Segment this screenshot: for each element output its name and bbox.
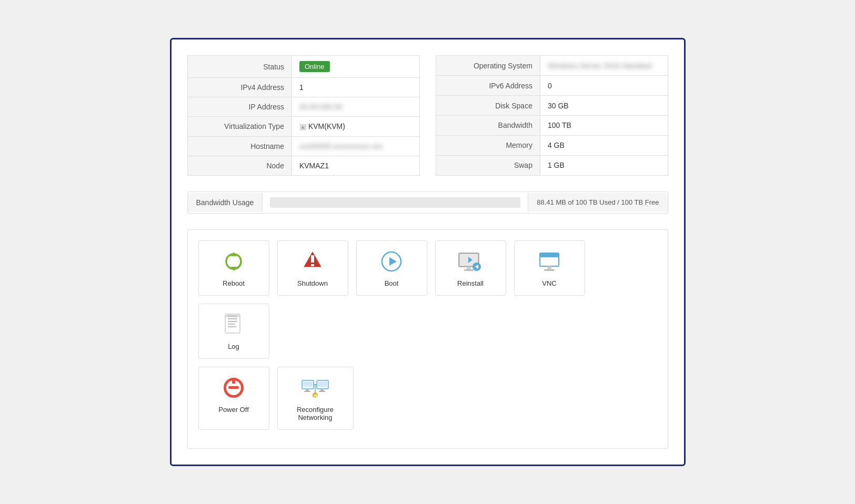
reconfigure-networking-button[interactable]: ⚙ Reconfigure Networking	[277, 367, 354, 430]
svg-text:⚙: ⚙	[314, 394, 317, 398]
hostname-blurred: xxx00000.xxxxxxxxxx.xxx	[299, 142, 383, 150]
ip-address-blurred: 00.00.000.00	[299, 103, 343, 111]
virt-label: Virtualization Type	[187, 117, 291, 136]
svg-rect-12	[467, 267, 471, 269]
ipv4-label: IPv4 Address	[187, 78, 291, 97]
left-info-table: Status Online IPv4 Address 1 IP Address …	[187, 55, 420, 175]
boot-icon	[379, 249, 404, 274]
poweroff-label: Power Off	[218, 406, 249, 414]
shutdown-button[interactable]: Shutdown	[277, 240, 348, 296]
vnc-label: VNC	[542, 279, 556, 287]
ip-label: IP Address	[187, 97, 291, 117]
os-blurred: Windows Server 2019 Standard	[548, 62, 652, 70]
svg-rect-40	[319, 391, 325, 392]
swap-label: Swap	[436, 155, 540, 175]
vnc-button[interactable]: VNC	[514, 240, 585, 296]
table-row: Disk Space 30 GB	[436, 96, 668, 116]
reconfigure-icon: ⚙	[303, 375, 328, 400]
ipv6-label: IPv6 Address	[436, 76, 540, 96]
disk-label: Disk Space	[436, 96, 540, 116]
shutdown-label: Shutdown	[297, 279, 328, 287]
svg-rect-23	[228, 324, 235, 325]
bandwidth-section: Bandwidth Usage 88.41 MB of 100 TB Used …	[187, 191, 668, 214]
reinstall-label: Reinstall	[457, 279, 484, 287]
info-section: Status Online IPv4 Address 1 IP Address …	[187, 55, 668, 175]
node-label: Node	[187, 156, 291, 175]
bandwidth-label-right: Bandwidth	[436, 115, 540, 135]
kvm-icon: K	[299, 124, 307, 131]
svg-rect-30	[232, 380, 235, 384]
bandwidth-bar-bg	[270, 197, 520, 208]
svg-text:K: K	[302, 126, 305, 129]
reinstall-icon	[458, 249, 483, 274]
svg-rect-39	[320, 389, 324, 391]
log-icon	[221, 312, 246, 337]
actions-row-2: Power Off	[198, 367, 657, 430]
os-label: Operating System	[436, 56, 540, 76]
poweroff-icon	[221, 375, 246, 400]
vnc-icon	[537, 249, 562, 274]
status-badge: Online	[299, 61, 330, 72]
hostname-label: Hostname	[187, 136, 291, 156]
table-row: Status Online	[187, 56, 419, 78]
svg-rect-32	[228, 386, 239, 389]
node-value: KVMAZ1	[291, 156, 419, 175]
ip-value: 00.00.000.00	[291, 97, 419, 117]
ipv6-value: 0	[540, 76, 668, 96]
svg-rect-24	[228, 326, 236, 327]
svg-rect-21	[228, 318, 237, 319]
disk-value: 30 GB	[540, 96, 668, 116]
memory-value: 4 GB	[540, 135, 668, 155]
table-row: IPv6 Address 0	[436, 76, 668, 96]
svg-rect-38	[318, 381, 327, 387]
bandwidth-usage-text: 88.41 MB of 100 TB Used / 100 TB Free	[528, 193, 667, 211]
table-row: IPv4 Address 1	[187, 78, 419, 97]
right-info-table: Operating System Windows Server 2019 Sta…	[436, 55, 668, 175]
reinstall-button[interactable]: Reinstall	[435, 240, 506, 296]
svg-rect-18	[547, 266, 551, 269]
log-label: Log	[228, 342, 239, 350]
svg-rect-19	[544, 269, 555, 271]
bandwidth-bar-container	[263, 192, 528, 213]
actions-section: Reboot Shutdown	[187, 229, 668, 449]
svg-rect-34	[303, 381, 313, 387]
reboot-button[interactable]: Reboot	[198, 240, 269, 296]
svg-rect-17	[540, 253, 559, 257]
table-row: Bandwidth 100 TB	[436, 115, 668, 135]
shutdown-icon	[300, 249, 325, 274]
os-value: Windows Server 2019 Standard	[540, 56, 668, 76]
swap-value: 1 GB	[540, 155, 668, 175]
svg-rect-36	[304, 391, 310, 392]
main-container: Status Online IPv4 Address 1 IP Address …	[170, 38, 686, 466]
boot-button[interactable]: Boot	[356, 240, 427, 296]
reboot-icon	[221, 249, 246, 274]
svg-rect-22	[228, 321, 237, 322]
svg-rect-6	[311, 264, 314, 266]
svg-rect-35	[306, 389, 309, 391]
table-row: IP Address 00.00.000.00	[187, 97, 419, 117]
svg-rect-5	[311, 255, 314, 263]
table-row: Virtualization Type K KVM(KVM)	[187, 117, 419, 136]
reboot-label: Reboot	[223, 279, 245, 287]
status-value: Online	[291, 56, 419, 78]
table-row: Node KVMAZ1	[187, 156, 419, 175]
table-row: Operating System Windows Server 2019 Sta…	[436, 56, 668, 76]
svg-rect-13	[464, 269, 474, 271]
svg-marker-8	[389, 257, 397, 266]
ipv4-value: 1	[291, 78, 419, 97]
actions-row-1: Reboot Shutdown	[198, 240, 657, 359]
status-label: Status	[187, 56, 291, 78]
poweroff-button[interactable]: Power Off	[198, 367, 269, 430]
table-row: Memory 4 GB	[436, 135, 668, 155]
table-row: Swap 1 GB	[436, 155, 668, 175]
memory-label: Memory	[436, 135, 540, 155]
virt-value: K KVM(KVM)	[291, 117, 419, 136]
hostname-value: xxx00000.xxxxxxxxxx.xxx	[291, 136, 419, 156]
log-button[interactable]: Log	[198, 304, 269, 359]
boot-label: Boot	[385, 279, 399, 287]
reconfigure-label: Reconfigure Networking	[288, 406, 343, 421]
table-row: Hostname xxx00000.xxxxxxxxxx.xxx	[187, 136, 419, 156]
bandwidth-usage-label: Bandwidth Usage	[188, 193, 263, 212]
bandwidth-value: 100 TB	[540, 115, 668, 135]
